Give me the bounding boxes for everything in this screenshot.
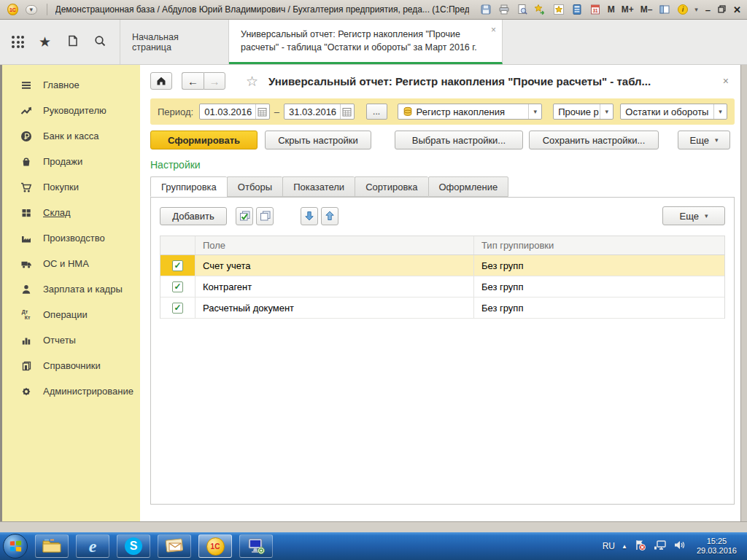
windows-taskbar: e S 1С RU ▲ 15:25 29.03.2016 <box>0 532 747 560</box>
table-row[interactable]: ✓ Контрагент Без групп <box>160 276 724 298</box>
start-button[interactable] <box>3 534 28 559</box>
action-center-icon[interactable] <box>634 539 646 554</box>
group-type-cell: Без групп <box>474 255 724 276</box>
tab-appearance[interactable]: Оформление <box>428 176 509 197</box>
save-icon[interactable] <box>479 3 492 16</box>
generate-button[interactable]: Сформировать <box>150 131 258 149</box>
sidebar-item-purchases[interactable]: Покупки <box>2 174 140 200</box>
tab-close-icon[interactable]: × <box>491 24 496 36</box>
field-column-header: Поле <box>196 236 474 254</box>
sidebar-item-bank-cash[interactable]: Банк и касса <box>2 123 140 149</box>
taskbar-ie-button[interactable]: e <box>76 534 109 558</box>
taskbar-skype-button[interactable]: S <box>117 534 150 558</box>
row-checkbox[interactable]: ✓ <box>172 303 183 314</box>
date: 29.03.2016 <box>697 546 737 556</box>
sidebar-item-administration[interactable]: Администрирование <box>2 378 140 404</box>
tab-grouping[interactable]: Группировка <box>150 176 227 197</box>
window-bottom-border <box>0 521 747 532</box>
add-button[interactable]: Добавить <box>160 207 227 225</box>
sidebar-item-production[interactable]: Производство <box>2 225 140 251</box>
all-functions-icon[interactable] <box>12 36 24 48</box>
taskbar-1c-button[interactable]: 1С <box>198 534 232 558</box>
tab-filters[interactable]: Отборы <box>227 176 282 197</box>
sidebar-item-payroll[interactable]: Зарплата и кадры <box>2 276 140 302</box>
history-icon[interactable] <box>66 34 79 50</box>
table-row[interactable]: ✓ Расчетный документ Без групп <box>160 298 724 319</box>
sidebar-item-sales[interactable]: Продажи <box>2 149 140 174</box>
calendar-picker-icon[interactable] <box>255 104 269 119</box>
favorite-star-icon[interactable]: ☆ <box>246 73 258 90</box>
tab-home[interactable]: Начальная страница <box>120 20 229 64</box>
sidebar-item-main[interactable]: Главное <box>2 72 140 98</box>
calendar-icon[interactable]: 31 <box>589 3 602 16</box>
dropdown-button[interactable]: ▾ <box>713 104 727 119</box>
favorites-icon[interactable] <box>552 3 565 16</box>
sidebar-item-manager[interactable]: Руководителю <box>2 98 140 123</box>
dropdown-button[interactable]: ▾ <box>600 104 613 119</box>
taskbar-rdp-button[interactable] <box>239 534 273 558</box>
register-type-combo[interactable]: Регистр накопления ▾ <box>398 104 543 120</box>
save-settings-button[interactable]: Сохранить настройки... <box>529 131 659 149</box>
close-button[interactable]: ✕ <box>733 5 741 15</box>
row-checkbox[interactable]: ✓ <box>172 260 183 271</box>
tab-universal-report[interactable]: Универсальный отчет: Регистр накопления … <box>229 20 503 64</box>
restore-button[interactable] <box>718 5 726 15</box>
network-icon[interactable] <box>653 539 667 554</box>
sidebar-item-operations[interactable]: ДтКт Операции <box>2 302 140 327</box>
sidebar-item-warehouse[interactable]: Склад <box>2 200 140 225</box>
memory-button[interactable]: M <box>607 4 616 15</box>
minimize-button[interactable]: – <box>705 5 711 15</box>
print-preview-icon[interactable] <box>516 3 529 16</box>
period-more-button[interactable]: ... <box>366 104 387 120</box>
svg-text:i: i <box>682 5 684 13</box>
sidebar-item-fixed-assets[interactable]: ОС и НМА <box>2 251 140 276</box>
memory-plus-button[interactable]: M+ <box>621 4 635 15</box>
choose-settings-button[interactable]: Выбрать настройки... <box>395 131 523 149</box>
back-button[interactable]: ← <box>182 72 204 90</box>
register-table-combo[interactable]: Остатки и обороты ▾ <box>620 104 727 120</box>
app-logo-icon: 1С <box>7 4 18 15</box>
taskbar-explorer-button[interactable] <box>35 534 69 558</box>
tab-indicators[interactable]: Показатели <box>282 176 355 197</box>
calendar-picker-icon[interactable] <box>340 104 354 119</box>
period-dash: – <box>274 106 279 117</box>
calculator-icon[interactable] <box>570 3 584 16</box>
clock[interactable]: 15:25 29.03.2016 <box>692 537 741 556</box>
report-close-icon[interactable]: × <box>723 75 729 87</box>
gear-icon <box>20 385 32 397</box>
check-all-button[interactable] <box>236 207 253 225</box>
dropdown-button[interactable]: ▾ <box>528 104 541 119</box>
forward-button[interactable]: → <box>204 72 225 90</box>
taskbar-mail-button[interactable] <box>158 534 191 558</box>
search-icon[interactable] <box>93 34 107 50</box>
info-caret-icon[interactable]: ▾ <box>694 6 698 13</box>
grouping-more-button[interactable]: Еще ▾ <box>662 206 725 225</box>
print-icon[interactable] <box>498 3 511 16</box>
volume-icon[interactable] <box>673 539 686 554</box>
date-from-field[interactable]: 01.03.2016 <box>199 104 270 120</box>
panels-icon[interactable] <box>658 3 671 16</box>
info-icon[interactable]: i <box>676 3 689 16</box>
hide-settings-button[interactable]: Скрыть настройки <box>265 131 371 149</box>
language-indicator[interactable]: RU <box>603 541 615 551</box>
sidebar-item-reports[interactable]: Отчеты <box>2 327 140 353</box>
main-menu-button[interactable]: ▾ <box>26 5 37 15</box>
table-header: Поле Тип группировки <box>160 236 724 255</box>
period-row: Период: 01.03.2016 – 31.03.2016 ... Реги… <box>150 98 735 125</box>
hidden-icons-button[interactable]: ▲ <box>622 543 627 550</box>
sidebar-item-directories[interactable]: Справочники <box>2 353 140 378</box>
date-to-field[interactable]: 31.03.2016 <box>284 104 355 120</box>
favorites-star-icon[interactable]: ★ <box>39 35 51 49</box>
uncheck-all-button[interactable] <box>256 207 274 225</box>
truck-icon <box>20 257 32 270</box>
register-object-combo[interactable]: Прочие р ▾ <box>553 104 614 120</box>
add-favorite-icon[interactable] <box>534 3 547 16</box>
row-checkbox[interactable]: ✓ <box>172 281 183 292</box>
tab-sorting[interactable]: Сортировка <box>355 176 427 197</box>
more-button[interactable]: Еще ▾ <box>678 131 730 149</box>
table-row[interactable]: ✓ Счет учета Без групп <box>160 255 724 276</box>
move-down-button[interactable] <box>301 207 318 225</box>
move-up-button[interactable] <box>321 207 338 225</box>
memory-minus-button[interactable]: M– <box>640 4 654 15</box>
home-button[interactable] <box>150 72 172 90</box>
